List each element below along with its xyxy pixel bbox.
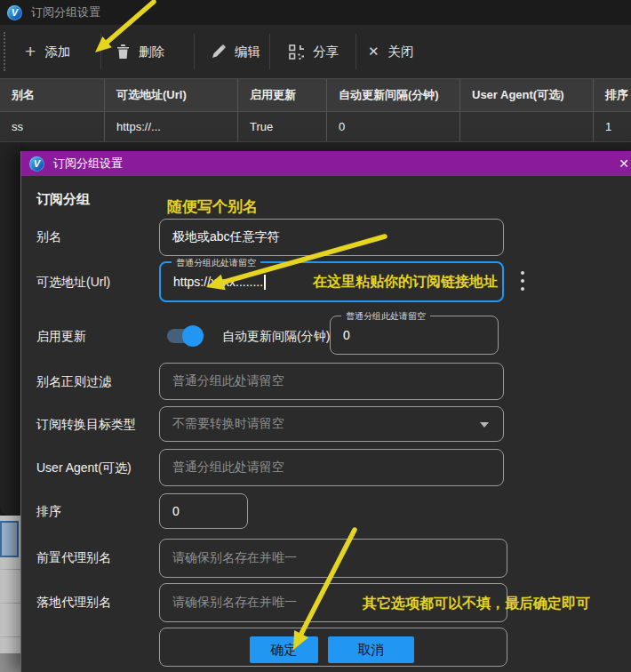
convert-target-select[interactable]: 不需要转换时请留空 — [159, 406, 504, 442]
delete-button-label: 删除 — [139, 44, 164, 60]
column-header[interactable]: 可选地址(Url) — [105, 79, 238, 111]
url-more-menu[interactable] — [521, 271, 524, 291]
subscription-table: 别名 可选地址(Url) 启用更新 自动更新间隔(分钟) User Agent(… — [0, 78, 631, 142]
share-button-label: 分享 — [313, 44, 339, 60]
alias-regex-input[interactable]: 普通分组此处请留空 — [159, 363, 504, 400]
table-row[interactable]: ss https://... True 0 1 — [0, 111, 631, 142]
edit-button-label: 编辑 — [235, 44, 260, 60]
spreadsheet-selected-cell — [0, 521, 19, 557]
alias-value: 极地或abc任意字符 — [172, 229, 280, 245]
toolbar-separator — [100, 34, 101, 69]
taskbar-edge — [0, 653, 20, 672]
prev-proxy-placeholder: 请确保别名存在并唯一 — [172, 550, 297, 566]
dialog-title: 订阅分组设置 — [53, 156, 123, 172]
user-agent-input[interactable]: 普通分组此处请留空 — [159, 449, 504, 486]
close-toolbar-button[interactable]: ✕ 关闭 — [368, 25, 414, 78]
alias-label: 别名 — [36, 228, 61, 245]
toolbar-separator — [269, 34, 270, 69]
edit-button[interactable]: 编辑 — [212, 25, 260, 78]
trash-icon — [116, 44, 130, 59]
convert-target-label: 订阅转换目标类型 — [36, 415, 136, 433]
user-agent-label: User Agent(可选) — [36, 459, 132, 476]
sort-input[interactable]: 0 — [159, 493, 248, 529]
interval-label: 自动更新间隔(分钟) — [222, 327, 330, 345]
pencil-icon — [212, 44, 226, 59]
close-button-label: 关闭 — [388, 44, 414, 60]
interval-float-label: 普通分组此处请留空 — [341, 310, 430, 322]
text-caret — [264, 275, 266, 290]
app-logo-icon: V — [7, 5, 22, 20]
convert-target-placeholder: 不需要转换时请留空 — [172, 416, 284, 432]
url-value: https://xxxx........ — [173, 275, 263, 289]
plus-icon: + — [25, 43, 36, 60]
toolbar-separator — [355, 34, 356, 69]
cancel-button[interactable]: 取消 — [328, 636, 414, 663]
toolbar: + 添加 删除 编辑 — [0, 25, 631, 78]
add-button[interactable]: + 添加 — [25, 25, 70, 78]
footer-annotation: 其它选项都可以不填，最后确定即可 — [363, 595, 590, 613]
cell-user-agent — [460, 112, 594, 141]
main-window-titlebar: V 订阅分组设置 — [0, 0, 631, 25]
prev-proxy-input[interactable]: 请确保别名存在并唯一 — [159, 539, 507, 578]
cell-sort: 1 — [594, 112, 631, 141]
close-icon: ✕ — [368, 44, 379, 60]
column-header[interactable]: 别名 — [0, 79, 105, 111]
screen: V 订阅分组设置 + 添加 删除 编辑 — [0, 0, 631, 672]
section-label: 订阅分组 — [36, 190, 90, 208]
url-annotation: 在这里粘贴你的订阅链接地址 — [313, 273, 498, 292]
prev-proxy-label: 前置代理别名 — [36, 548, 111, 566]
background-spreadsheet — [0, 516, 20, 653]
alias-regex-label: 别名正则过滤 — [36, 372, 111, 390]
sort-value: 0 — [172, 504, 180, 518]
toolbar-separator — [194, 34, 195, 69]
next-proxy-placeholder: 请确保别名存在并唯一 — [172, 595, 297, 611]
main-window-title: 订阅分组设置 — [31, 4, 100, 20]
enable-update-toggle[interactable] — [167, 329, 201, 343]
main-window-edge — [0, 142, 20, 516]
interval-input[interactable]: 普通分组此处请留空 0 — [330, 316, 499, 355]
desktop-background — [0, 142, 20, 672]
sort-label: 排序 — [36, 502, 61, 520]
cell-url: https://... — [105, 112, 238, 141]
qr-share-icon — [289, 44, 304, 60]
share-button[interactable]: 分享 — [289, 25, 339, 78]
dialog-close-icon[interactable]: ✕ — [611, 151, 631, 176]
toolbar-gripper[interactable] — [4, 32, 5, 71]
chevron-down-icon — [480, 422, 489, 428]
enable-update-label: 启用更新 — [36, 327, 86, 345]
column-header[interactable]: 启用更新 — [238, 79, 327, 111]
url-float-label: 普通分组此处请留空 — [172, 257, 260, 268]
alias-input[interactable]: 极地或abc任意字符 — [159, 219, 504, 256]
add-button-label: 添加 — [44, 44, 70, 60]
dialog-titlebar: V 订阅分组设置 — [21, 151, 631, 176]
column-header[interactable]: 排序 — [594, 79, 631, 111]
user-agent-placeholder: 普通分组此处请留空 — [172, 460, 284, 476]
next-proxy-label: 落地代理别名 — [36, 593, 111, 611]
dialog-logo-icon: V — [29, 156, 44, 172]
cell-alias: ss — [0, 112, 105, 141]
alias-annotation: 随便写个别名 — [167, 196, 258, 217]
interval-value: 0 — [343, 328, 350, 342]
table-header-row: 别名 可选地址(Url) 启用更新 自动更新间隔(分钟) User Agent(… — [0, 78, 631, 111]
cell-interval: 0 — [327, 112, 460, 141]
column-header[interactable]: User Agent(可选) — [460, 79, 594, 111]
url-label: 可选地址(Url) — [36, 273, 110, 291]
cell-enable-update: True — [238, 112, 327, 141]
ok-button[interactable]: 确定 — [250, 636, 318, 663]
column-header[interactable]: 自动更新间隔(分钟) — [327, 79, 460, 111]
delete-button[interactable]: 删除 — [116, 25, 164, 78]
alias-regex-placeholder: 普通分组此处请留空 — [172, 373, 284, 389]
